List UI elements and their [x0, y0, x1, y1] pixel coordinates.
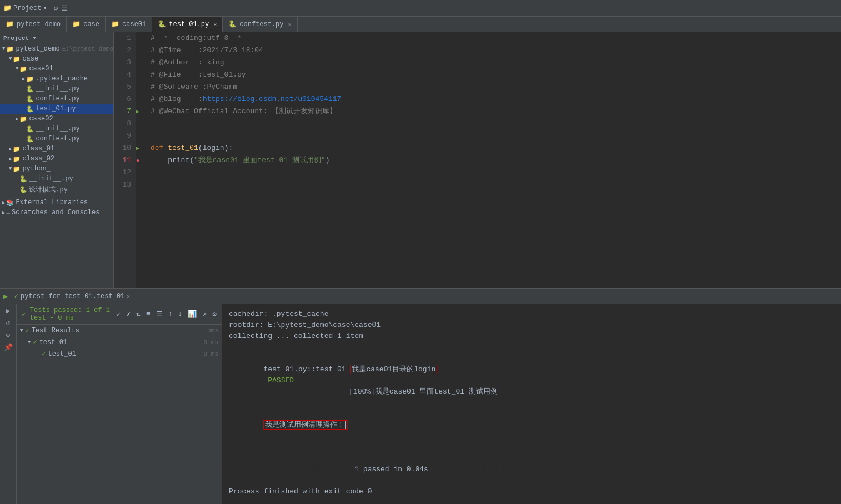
tab-label: case	[83, 21, 99, 28]
code-editor[interactable]: 1 2 3 4 5 6 7 8 9 10 11 12 13	[114, 32, 841, 288]
sidebar-item-scratches[interactable]: ▶ ✏️ Scratches and Consoles	[0, 208, 113, 218]
bottom-panel: ▶ ✓ pytest for test_01.test_01 ✕ ▶ ↺ ⚙ 📌…	[0, 288, 841, 504]
sidebar-item-case[interactable]: ▼ 📁 case	[0, 54, 113, 64]
sidebar-item-external-libraries[interactable]: ▶ 📚 External Libraries	[0, 198, 113, 208]
python-file-icon: 🐍	[19, 186, 27, 193]
code-line-7: # @WeChat Official Account: 【测试开发知识库】	[151, 105, 835, 118]
python-file-icon: 🐍	[26, 105, 34, 113]
console-line-blank1	[229, 342, 834, 353]
passed-status: ✓	[20, 309, 28, 319]
filter-icon[interactable]: ≡	[144, 309, 152, 319]
expand-arrow: ▼	[9, 56, 12, 62]
tab-icon: 📁	[72, 20, 81, 28]
code-line-6: # @blog :https://blog.csdn.net/u01045411…	[151, 93, 835, 105]
console-line-test-result: test_01.py::test_01 我是case01目录的login PAS…	[229, 353, 834, 409]
bottom-content: ▶ ↺ ⚙ 📌 ✓ Tests passed: 1 of 1 test – 0 …	[0, 304, 841, 504]
cancel-icon[interactable]: ✗	[124, 309, 132, 319]
main-area: Project ▾ ▼ 📁 pytest_demo E:\pytest_demo…	[0, 32, 841, 288]
test-toolbar: ✓ Tests passed: 1 of 1 test – 0 ms ✓ ✗ ⇅…	[17, 304, 222, 325]
sidebar-item-case02-conftest[interactable]: ▶ 🐍 conftest.py	[0, 134, 113, 144]
layout-icon[interactable]: ☰	[61, 4, 68, 13]
pin-icon[interactable]: 📌	[4, 343, 13, 352]
sidebar-item-conftest-py[interactable]: ▶ 🐍 conftest.py	[0, 94, 113, 104]
tab-icon: 🐍	[228, 20, 237, 28]
python-file-icon: 🐍	[26, 85, 34, 93]
up-icon[interactable]: ↑	[167, 309, 174, 319]
tab-case01[interactable]: 📁 case01	[106, 17, 152, 32]
sidebar-item-python[interactable]: ▼ 📁 python_	[0, 164, 113, 174]
chevron-down-icon: ▾	[43, 4, 47, 12]
test-result-test01-leaf[interactable]: ▶ ✓ test_01 0 ms	[17, 348, 222, 360]
left-icons-panel: ▶ ↺ ⚙ 📌	[0, 304, 17, 504]
tests-passed-label: Tests passed: 1 of 1 test – 0 ms	[30, 306, 113, 322]
code-line-8	[151, 118, 835, 130]
code-line-3: # @Author : king	[151, 57, 835, 69]
settings2-icon[interactable]: ⚙	[211, 309, 218, 319]
line-numbers: 1 2 3 4 5 6 7 8 9 10 11 12 13	[114, 32, 136, 288]
sidebar-item-init-py[interactable]: ▶ 🐍 __init__.py	[0, 84, 113, 94]
tab-icon: 📁	[6, 20, 14, 28]
test-file-ref: test_01.py::test_01	[263, 365, 350, 374]
top-toolbar: 📁 Project ▾ ⚙ ☰ —	[0, 0, 841, 17]
sync-icon[interactable]: ⚙	[54, 4, 58, 13]
graph-icon[interactable]: 📊	[186, 309, 198, 319]
tab-test01-py[interactable]: 🐍 test_01.py ✕	[152, 17, 223, 32]
scratches-icon: ✏️	[6, 209, 10, 216]
tab-conftest-py[interactable]: 🐍 conftest.py ✕	[223, 17, 297, 32]
gear-icon[interactable]: —	[71, 4, 76, 13]
code-line-13	[151, 179, 835, 191]
project-button[interactable]: 📁 Project ▾	[3, 4, 47, 12]
console-line-blank4	[229, 475, 834, 486]
tab-case[interactable]: 📁 case	[67, 17, 106, 32]
sort-icon[interactable]: ⇅	[134, 309, 142, 319]
tab-label: test_01.py	[169, 21, 209, 28]
code-line-2: # @Time :2021/7/3 18:04	[151, 44, 835, 57]
bookmark-icon: ▶	[136, 108, 139, 115]
tab-run-pytest[interactable]: ✓ pytest for test_01.test_01 ✕	[10, 289, 135, 304]
sidebar-item-class02[interactable]: ▶ 📁 class_02	[0, 154, 113, 164]
sidebar-item-case01[interactable]: ▼ 📁 case01	[0, 64, 113, 74]
python-file-icon: 🐍	[26, 135, 34, 143]
console-output[interactable]: cachedir: .pytest_cache rootdir: E:\pyte…	[222, 304, 841, 504]
close-icon[interactable]: ✕	[213, 21, 217, 28]
play-icon[interactable]: ▶	[6, 306, 11, 315]
tab-pytest-demo[interactable]: 📁 pytest_demo	[0, 17, 67, 32]
settings-icon[interactable]: ⚙	[6, 331, 11, 340]
sidebar-item-pytest-cache[interactable]: ▶ 📁 .pytest_cache	[0, 74, 113, 84]
code-editor-area: 1 2 3 4 5 6 7 8 9 10 11 12 13	[114, 32, 841, 288]
sidebar-item-python-init[interactable]: ▶ 🐍 __init__.py	[0, 174, 113, 184]
tab-label: conftest.py	[239, 21, 283, 28]
console-line-cachedir: cachedir: .pytest_cache	[229, 309, 834, 320]
expand-arrow: ▼	[28, 340, 31, 345]
close-icon[interactable]: ✕	[288, 21, 292, 28]
code-line-1: # _*_ coding:utf-8 _*_	[151, 32, 835, 44]
expand-arrow: ▶	[9, 156, 12, 162]
gutter: ▶ ▶ ●	[136, 32, 145, 288]
sidebar-item-test01-py[interactable]: ▶ 🐍 test_01.py	[0, 104, 113, 114]
expand-arrow: ▶	[16, 116, 18, 122]
test-result-root[interactable]: ▼ ✓ Test Results 0ms	[17, 325, 222, 336]
toolbar-icons: ⚙ ☰ —	[54, 4, 76, 13]
expand-arrow: ▶	[2, 210, 5, 216]
check-icon[interactable]: ✓	[114, 309, 122, 319]
sidebar-item-case02-init[interactable]: ▶ 🐍 __init__.py	[0, 124, 113, 134]
run-tab-label: pytest for test_01.test_01	[21, 293, 124, 300]
python-file-icon: 🐍	[19, 175, 27, 183]
test-result-test01[interactable]: ▼ ✓ test_01 0 ms	[17, 336, 222, 348]
login-fixture-output: 我是case01目录的login	[350, 365, 437, 374]
code-content[interactable]: # _*_ coding:utf-8 _*_ # @Time :2021/7/3…	[145, 32, 841, 288]
console-line-blank2	[229, 442, 834, 453]
test-tree: ▼ ✓ Test Results 0ms ▼ ✓ test_01 0 ms ▶ …	[17, 325, 222, 504]
sidebar-item-class01[interactable]: ▶ 📁 class_01	[0, 144, 113, 154]
folder-icon: 📁	[13, 165, 21, 173]
list-icon[interactable]: ☰	[154, 309, 164, 319]
close-icon[interactable]: ✕	[127, 293, 130, 300]
sidebar-item-case02[interactable]: ▶ 📁 case02	[0, 114, 113, 124]
library-icon: 📚	[6, 199, 14, 206]
sidebar-item-design-pattern[interactable]: ▶ 🐍 设计模式.py	[0, 184, 113, 195]
down-icon[interactable]: ↓	[177, 309, 184, 319]
folder-icon: 📁	[3, 4, 12, 12]
sidebar-item-pytest-demo[interactable]: ▼ 📁 pytest_demo E:\pytest_demo	[0, 44, 113, 54]
rerun-icon[interactable]: ↺	[6, 319, 11, 327]
export-icon[interactable]: ↗	[201, 309, 208, 319]
